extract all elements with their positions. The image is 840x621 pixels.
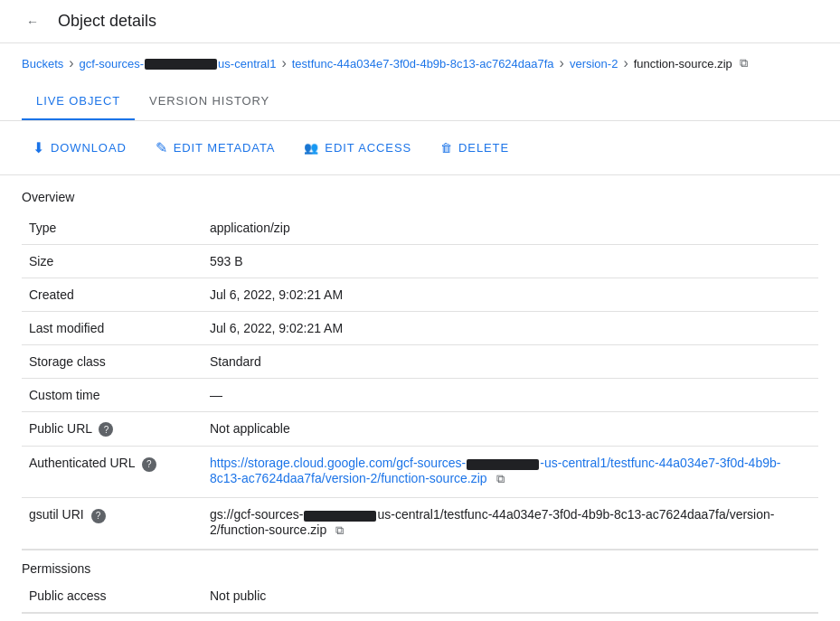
created-value: Jul 6, 2022, 9:02:21 AM [203, 278, 818, 312]
public-access-label: Public access [22, 579, 203, 613]
protection-header: Protection [22, 613, 818, 621]
created-label: Created [22, 278, 203, 312]
last-modified-label: Last modified [22, 312, 203, 345]
authenticated-url-label: Authenticated URL ? [22, 447, 203, 498]
breadcrumb-version[interactable]: version-2 [570, 57, 618, 71]
edit-access-icon: 👥 [304, 141, 319, 155]
public-url-help-icon[interactable]: ? [99, 422, 113, 437]
breadcrumb-current: function-source.zip [634, 57, 732, 71]
breadcrumb-sep-2: › [281, 55, 286, 71]
gsutil-uri-text: gs://gcf-sources-us-central1/testfunc-44… [210, 507, 774, 537]
breadcrumb-buckets[interactable]: Buckets [22, 57, 63, 71]
breadcrumb-sep-3: › [560, 55, 564, 71]
copy-filename-button[interactable]: ⧉ [738, 54, 750, 72]
table-row: Public access Not public [22, 579, 818, 613]
storage-class-label: Storage class [22, 345, 203, 379]
overview-section: Overview Type application/zip Size 593 B… [22, 175, 818, 550]
tabs: LIVE OBJECT VERSION HISTORY [0, 83, 840, 121]
delete-icon: 🗑 [440, 141, 453, 155]
type-value: application/zip [203, 212, 818, 245]
public-access-value: Not public [203, 579, 818, 613]
gsutil-uri-label: gsutil URI ? [22, 498, 203, 550]
copy-gsutil-uri-icon: ⧉ [335, 523, 344, 538]
type-label: Type [22, 212, 203, 245]
public-url-label: Public URL ? [22, 412, 203, 447]
custom-time-value: — [203, 379, 818, 412]
back-icon: ← [26, 14, 39, 29]
size-value: 593 B [203, 245, 818, 278]
breadcrumb-folder[interactable]: testfunc-44a034e7-3f0d-4b9b-8c13-ac7624d… [292, 57, 554, 71]
custom-time-label: Custom time [22, 379, 203, 412]
breadcrumb-sep-4: › [623, 55, 628, 71]
table-row: Public URL ? Not applicable [22, 412, 818, 447]
edit-metadata-button[interactable]: ✎ EDIT METADATA [145, 132, 287, 164]
protection-section: Protection Hold status None ✎ Version hi… [22, 613, 818, 621]
edit-metadata-icon: ✎ [156, 139, 168, 156]
toolbar: ⬇ DOWNLOAD ✎ EDIT METADATA 👥 EDIT ACCESS… [0, 121, 840, 175]
gsutil-uri-help-icon[interactable]: ? [91, 509, 106, 523]
table-row: Created Jul 6, 2022, 9:02:21 AM [22, 278, 818, 312]
table-row: Authenticated URL ? https://storage.clou… [22, 447, 818, 498]
table-row: Custom time — [22, 379, 818, 412]
download-button[interactable]: ⬇ DOWNLOAD [22, 132, 137, 164]
back-button[interactable]: ← [14, 4, 51, 40]
public-url-value: Not applicable [203, 412, 818, 447]
tab-live-object[interactable]: LIVE OBJECT [22, 83, 135, 120]
storage-class-value: Standard [203, 345, 818, 379]
table-row: Storage class Standard [22, 345, 818, 379]
download-icon: ⬇ [33, 139, 45, 156]
last-modified-value: Jul 6, 2022, 9:02:21 AM [203, 312, 818, 345]
authenticated-url-help-icon[interactable]: ? [142, 457, 156, 472]
edit-access-button[interactable]: 👥 EDIT ACCESS [293, 134, 422, 162]
copy-gsutil-uri-button[interactable]: ⧉ [334, 522, 345, 540]
tab-version-history[interactable]: VERSION HISTORY [135, 83, 284, 120]
copy-filename-icon: ⧉ [740, 56, 748, 71]
breadcrumb-bucket[interactable]: gcf-sources-us-central1 [80, 57, 277, 71]
authenticated-url-value: https://storage.cloud.google.com/gcf-sou… [203, 447, 818, 498]
table-row: gsutil URI ? gs://gcf-sources-us-central… [22, 498, 818, 550]
copy-authenticated-url-icon: ⧉ [496, 472, 505, 486]
page-title: Object details [58, 12, 156, 31]
breadcrumb-sep-1: › [69, 55, 73, 71]
table-row: Last modified Jul 6, 2022, 9:02:21 AM [22, 312, 818, 345]
table-row: Type application/zip [22, 212, 818, 245]
gsutil-uri-value: gs://gcf-sources-us-central1/testfunc-44… [203, 498, 818, 550]
size-label: Size [22, 245, 203, 278]
permissions-section: Permissions Public access Not public [22, 550, 818, 613]
breadcrumb: Buckets › gcf-sources-us-central1 › test… [0, 43, 840, 83]
delete-button[interactable]: 🗑 DELETE [429, 134, 520, 162]
copy-authenticated-url-button[interactable]: ⧉ [495, 470, 506, 488]
permissions-header: Permissions [22, 550, 818, 579]
table-row: Size 593 B [22, 245, 818, 278]
overview-header: Overview [22, 175, 818, 212]
